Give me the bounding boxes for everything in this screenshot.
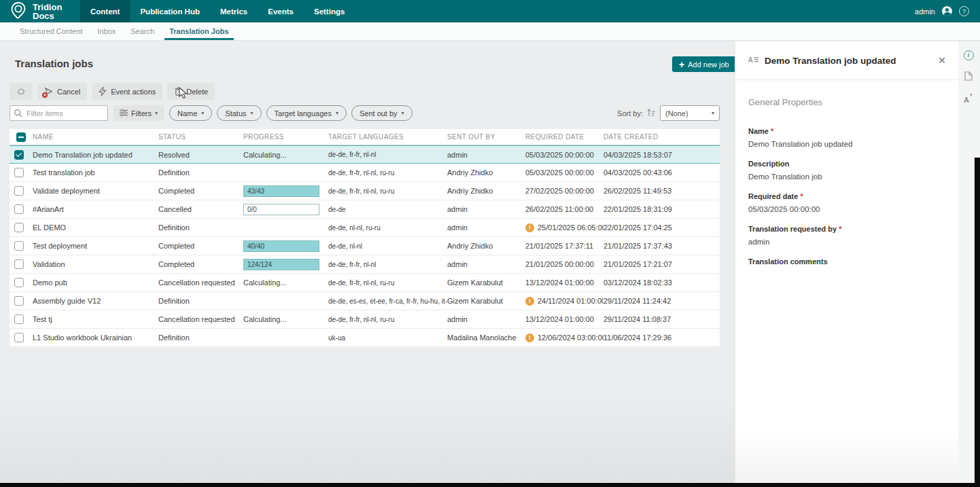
delete-button[interactable]: Delete bbox=[167, 83, 215, 100]
row-checkbox[interactable] bbox=[14, 314, 24, 324]
sub-nav-tab[interactable]: Search bbox=[123, 22, 162, 40]
warning-icon bbox=[525, 333, 534, 342]
cell-name: Validation bbox=[33, 260, 158, 268]
user-avatar-icon[interactable] bbox=[942, 6, 952, 16]
column-header[interactable]: STATUS bbox=[158, 133, 243, 141]
sort-by-select[interactable]: (None) bbox=[660, 105, 720, 121]
cell-status: Cancelled bbox=[158, 205, 243, 213]
main-menu-item[interactable]: Settings bbox=[304, 0, 355, 22]
sort-direction-icon[interactable] bbox=[647, 107, 656, 120]
cell-progress: Calculating... bbox=[243, 278, 328, 287]
cell-sent-out-by: Madalina Manolache bbox=[447, 333, 525, 342]
app-logo[interactable]: Tridion Docs bbox=[0, 0, 80, 22]
row-checkbox[interactable] bbox=[14, 168, 24, 177]
event-actions-button[interactable]: Event actions bbox=[92, 83, 162, 100]
column-header[interactable]: TARGET LANGUAGES bbox=[328, 133, 447, 141]
select-all-checkbox[interactable] bbox=[16, 132, 26, 142]
table-row[interactable]: Demo pub Cancellation requested Calculat… bbox=[10, 274, 720, 292]
row-checkbox[interactable] bbox=[14, 150, 24, 160]
filter-pill-dropdown[interactable]: Name bbox=[169, 105, 212, 121]
filter-items-input[interactable] bbox=[10, 105, 108, 121]
table-row[interactable]: Test tj Cancellation requested Calculati… bbox=[10, 310, 720, 329]
chevron-down-icon bbox=[155, 110, 158, 116]
table-row[interactable]: Validate deployment Completed 43/43 de-d… bbox=[10, 182, 720, 200]
svg-text:A: A bbox=[748, 56, 753, 64]
cell-name: Test deployment bbox=[33, 242, 158, 250]
row-checkbox[interactable] bbox=[14, 278, 24, 287]
table-row[interactable]: EL DEMO Definition de-de, nl-nl, ru-ru a… bbox=[10, 219, 720, 237]
filter-pill-dropdown[interactable]: Sent out by bbox=[351, 105, 413, 121]
column-header[interactable]: PROGRESS bbox=[243, 133, 328, 141]
cell-progress: Calculating... bbox=[243, 151, 328, 159]
table-row[interactable]: Assembly guide V12 Definition de-de, es-… bbox=[10, 292, 720, 310]
translation-job-icon: A bbox=[748, 54, 758, 67]
column-header[interactable]: DATE CREATED bbox=[603, 133, 720, 141]
table-row[interactable]: L1 Studio workbook Ukrainian Definition … bbox=[10, 329, 720, 347]
cell-sent-out-by: admin bbox=[447, 205, 525, 213]
main-menu-item[interactable]: Content bbox=[80, 0, 130, 22]
cell-status: Cancellation requested bbox=[158, 315, 243, 323]
cell-required-date: 05/03/2025 00:00:00 bbox=[525, 151, 603, 159]
top-navigation: Tridion Docs Content Publication Hub Met… bbox=[0, 0, 980, 22]
main-menu-item[interactable]: Publication Hub bbox=[130, 0, 210, 22]
info-tab[interactable]: i bbox=[960, 46, 977, 64]
row-checkbox[interactable] bbox=[14, 259, 24, 269]
cell-date-created: 22/01/2025 17:04:25 bbox=[603, 223, 720, 232]
document-tab[interactable] bbox=[960, 69, 977, 86]
sub-nav-tab[interactable]: Inbox bbox=[90, 22, 123, 40]
cancel-button[interactable]: ✕ Cancel bbox=[37, 83, 87, 100]
cell-target-languages: de-de bbox=[328, 206, 447, 213]
cell-sent-out-by: Gizem Karabulut bbox=[447, 297, 525, 305]
filter-pill-dropdown[interactable]: Status bbox=[217, 105, 261, 121]
cell-target-languages: uk-ua bbox=[328, 334, 447, 342]
column-header[interactable]: REQUIRED DATE bbox=[525, 133, 603, 141]
details-panel: A Demo Translation job updated ✕ General… bbox=[735, 41, 958, 483]
close-icon[interactable]: ✕ bbox=[937, 54, 947, 67]
row-checkbox[interactable] bbox=[14, 223, 24, 232]
cell-target-languages: de-de, nl-nl, ru-ru bbox=[328, 224, 447, 232]
table-row[interactable]: Test translation job Definition de-de, f… bbox=[10, 164, 720, 182]
cell-sent-out-by: Andriy Zhidko bbox=[447, 187, 525, 195]
plus-icon: + bbox=[679, 60, 684, 69]
refresh-button[interactable] bbox=[10, 83, 33, 100]
sort-controls: Sort by: (None) bbox=[617, 105, 720, 121]
table-row[interactable]: #ArianArt Cancelled 0/0 de-de admin bbox=[10, 200, 720, 219]
row-checkbox[interactable] bbox=[14, 333, 24, 342]
cell-name: Demo Translation job updated bbox=[33, 151, 158, 159]
main-menu-item[interactable]: Metrics bbox=[210, 0, 258, 22]
sub-nav-tab[interactable]: Translation Jobs bbox=[162, 22, 236, 40]
cell-date-created: 21/01/2025 17:21:07 bbox=[603, 260, 720, 268]
cell-sent-out-by: admin bbox=[447, 260, 525, 268]
sub-nav-tab[interactable]: Structured Content bbox=[12, 22, 90, 40]
cell-name: Test tj bbox=[33, 315, 158, 323]
main-menu-item[interactable]: Events bbox=[258, 0, 304, 22]
translation-tab[interactable]: A▼ bbox=[960, 91, 977, 109]
cell-progress: Calculating... bbox=[243, 315, 328, 323]
table-row[interactable]: Demo Translation job updated Resolved Ca… bbox=[10, 145, 720, 164]
cell-progress: 40/40 bbox=[243, 240, 328, 252]
property-label: Required date bbox=[748, 192, 945, 200]
cell-sent-out-by: admin bbox=[447, 223, 525, 232]
filter-pill-dropdown[interactable]: Target languages bbox=[266, 105, 347, 121]
row-checkbox[interactable] bbox=[14, 296, 24, 306]
row-checkbox[interactable] bbox=[14, 204, 24, 214]
app-screen: Tridion Docs Content Publication Hub Met… bbox=[0, 0, 980, 487]
table-row[interactable]: Validation Completed 124/124 de-de, fr-f… bbox=[10, 255, 720, 274]
cell-target-languages: de-de, fr-fr, nl-nl, ru-ru bbox=[328, 187, 447, 195]
cell-status: Definition bbox=[158, 168, 243, 177]
add-new-job-button[interactable]: + Add new job bbox=[672, 56, 736, 72]
chevron-down-icon bbox=[402, 110, 404, 116]
cell-name: Assembly guide V12 bbox=[33, 297, 158, 305]
row-checkbox[interactable] bbox=[14, 186, 24, 196]
cell-progress: 43/43 bbox=[243, 185, 328, 197]
help-icon[interactable]: ? bbox=[959, 6, 969, 16]
column-header[interactable]: SENT OUT BY bbox=[447, 133, 525, 141]
cell-name: Validate deployment bbox=[33, 187, 158, 195]
column-header[interactable]: NAME bbox=[33, 133, 158, 141]
table-row[interactable]: Test deployment Completed 40/40 de-de, n… bbox=[10, 237, 720, 255]
filters-button[interactable]: Filters bbox=[113, 105, 164, 121]
row-checkbox[interactable] bbox=[14, 241, 24, 251]
property-field: Translation comments bbox=[748, 257, 945, 278]
cell-required-date: 27/02/2025 00:00:00 bbox=[525, 187, 603, 195]
cell-required-date: 25/01/2025 06:05:00 bbox=[525, 223, 603, 232]
